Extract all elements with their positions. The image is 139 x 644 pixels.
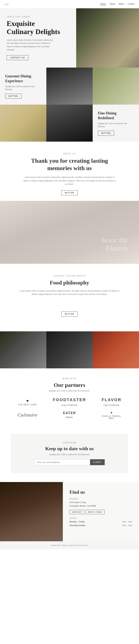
partner-the-best-chef: ♥ THE BEST CHEF: [8, 398, 48, 406]
partner-culinaire: Culinaire: [8, 412, 48, 418]
grid-section: Gourmet DiningExperience Sample text. Cl…: [0, 68, 139, 142]
hero-contact-button[interactable]: CONTACT US: [7, 55, 28, 60]
nav-links: Home About Menu Contact: [100, 2, 134, 6]
hours-row-weekday: Monday – Friday 7am – 6pm: [70, 520, 132, 524]
hero-image: [76, 8, 139, 68]
partner-name-chef: THE BEST CHEF: [8, 404, 48, 406]
hero-label: TASTE THE LUXURY: [7, 16, 70, 18]
chef-image-cell: [46, 68, 93, 104]
find-us-title: Find us: [70, 490, 132, 495]
subscribe-subtitle: Sample text. Click to select the Text El…: [19, 453, 120, 456]
gourmet-text-cell: Gourmet DiningExperience Sample text. Cl…: [0, 68, 46, 104]
subscribe-label: SUBSCRIBE: [19, 442, 120, 444]
food-photo-2: [46, 331, 93, 368]
book-table-button[interactable]: BOOK A TABLE: [86, 510, 104, 514]
partner-flavor: FLAVORCALIFORNIA: [91, 398, 131, 407]
nav-menu[interactable]: Menu: [119, 2, 124, 6]
find-us-info: Find us WHERE 676 Pacific C HwyHuntingto…: [63, 482, 139, 541]
full-image-area: Savor the Flavors: [0, 201, 139, 264]
about-description: Lorem ipsum dolor sit amet, consectetur …: [23, 176, 116, 186]
partner-name-foodtaster: FOODTASTERCALIFORNIA: [50, 398, 90, 407]
hours: Monday – Friday 7am – 6pm Saturday/Sunda…: [70, 520, 132, 528]
footer-text: Sample text. Click to select the Text El…: [3, 544, 136, 546]
address: 676 Pacific C HwyHuntington Beach, CA 07…: [70, 501, 132, 508]
partners-grid: ♥ THE BEST CHEF FOODTASTERCALIFORNIA FLA…: [8, 398, 131, 419]
food-photo-3: [93, 331, 139, 368]
partner-name-eater: EATERMalibu: [50, 411, 90, 419]
partner-food-travel: ✦ FOOD & TRAVELMAG: [91, 411, 131, 419]
hero-section: TASTE THE LUXURY ExquisiteCulinary Delig…: [0, 8, 139, 68]
weekend-hours: 8am – 6pm: [122, 524, 132, 528]
about-title: Thank you for creating lastingmemories w…: [15, 157, 124, 172]
hero-text: TASTE THE LUXURY ExquisiteCulinary Delig…: [0, 8, 76, 68]
food-image-cell-2: [0, 104, 46, 142]
partner-name-food-travel: FOOD & TRAVELMAG: [91, 415, 131, 419]
where-label: WHERE: [70, 498, 132, 500]
when-label: WHEN: [70, 517, 132, 519]
overlay-line2: Flavors: [101, 244, 128, 253]
find-us-section: Find us WHERE 676 Pacific C HwyHuntingto…: [0, 482, 139, 541]
nav-home[interactable]: Home: [100, 2, 106, 6]
philosophy-section: ELEGANT CUISINE AWAITS Food philosophy L…: [0, 264, 139, 331]
subscribe-form: SUBMIT: [34, 459, 105, 465]
food-photos-row: [0, 331, 139, 368]
subscribe-title: Keep up to date with us: [19, 446, 120, 452]
footer: Sample text. Click to select the Text El…: [0, 541, 139, 550]
about-label: ABOUT US: [15, 153, 124, 155]
food-image-cell-1: [93, 68, 139, 104]
partners-title: Our partners: [8, 382, 131, 388]
fine-dining-description: Sample text. Click to select the Text El…: [98, 122, 134, 128]
gourmet-title: Gourmet DiningExperience: [5, 74, 41, 83]
gourmet-button[interactable]: BUTTON: [5, 94, 22, 99]
navigation: logo Home About Menu Contact: [0, 0, 139, 8]
partner-eater: EATERMalibu: [50, 411, 90, 419]
find-us-image: [0, 482, 63, 541]
fine-dining-title: Fine DiningRedefined: [98, 111, 134, 120]
partners-section: WORK WITH Our partners Sample text. Clic…: [0, 368, 139, 428]
philosophy-label: ELEGANT CUISINE AWAITS: [15, 275, 124, 277]
subscribe-section: SUBSCRIBE Keep up to date with us Sample…: [11, 434, 128, 473]
partner-name-flavor: FLAVORCALIFORNIA: [91, 398, 131, 407]
hours-row-weekend: Saturday/Sunday 8am – 6pm: [70, 524, 132, 528]
weekend-label: Saturday/Sunday: [70, 524, 85, 528]
partners-label: WORK WITH: [8, 378, 131, 380]
food-photo-1: [0, 331, 46, 368]
nav-about[interactable]: About: [109, 2, 115, 6]
email-input[interactable]: [34, 459, 90, 465]
overlay-text: Savor the Flavors: [101, 236, 128, 253]
nav-contact[interactable]: Contact: [128, 2, 134, 6]
fine-dining-button[interactable]: BUTTON: [98, 131, 114, 136]
info-buttons: VIEW MAP BOOK A TABLE: [70, 510, 132, 514]
about-section: ABOUT US Thank you for creating lastingm…: [0, 142, 139, 201]
food-travel-icon: ✦: [91, 411, 131, 415]
chef-icon: ♥: [8, 398, 48, 403]
about-button[interactable]: BUTTON: [61, 190, 78, 195]
subscribe-button[interactable]: SUBMIT: [90, 459, 105, 465]
logo: logo: [5, 2, 9, 6]
philosophy-title: Food philosophy: [15, 279, 124, 286]
weekday-hours: 7am – 6pm: [122, 520, 132, 524]
fine-dining-text-cell: Fine DiningRedefined Sample text. Click …: [93, 104, 139, 142]
view-map-button[interactable]: VIEW MAP: [70, 510, 84, 514]
hero-title: ExquisiteCulinary Delights: [7, 20, 70, 36]
philosophy-description: Lorem ipsum dolor sit amet, consectetur …: [18, 289, 121, 296]
weekday-label: Monday – Friday: [70, 520, 85, 524]
gourmet-description: Sample text. Click to select the Text El…: [5, 85, 41, 91]
partner-foodtaster: FOODTASTERCALIFORNIA: [50, 398, 90, 407]
hero-description: Lorem ipsum dolor sit amet, consectetur …: [7, 38, 55, 52]
overlay-line1: Savor the: [101, 236, 128, 244]
partner-name-culinaire: Culinaire: [8, 412, 48, 418]
philosophy-button[interactable]: BUTTON: [61, 312, 78, 316]
subscribe-wrapper: SUBSCRIBE Keep up to date with us Sample…: [0, 428, 139, 482]
partners-subtitle: Sample text. Click to select the Text El…: [8, 390, 131, 392]
kitchen-image-cell: [46, 104, 93, 142]
